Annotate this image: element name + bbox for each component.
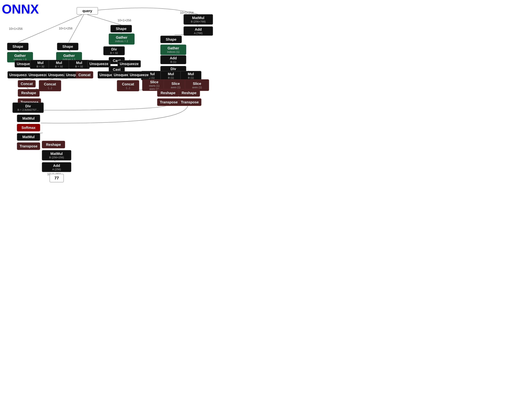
add-top-node[interactable]: Add A (768) [184, 26, 213, 36]
unsqueeze-row2-node[interactable]: Unsqueeze [27, 71, 49, 78]
svg-line-15 [19, 78, 27, 80]
mul-right3-node[interactable]: Mul B (1) [180, 71, 201, 80]
shape-left-node[interactable]: Shape [7, 43, 29, 50]
matmul-mid-node[interactable]: MatMul [17, 115, 40, 122]
div-top-node[interactable]: Div B = 32 [103, 46, 125, 55]
transpose-r1-node[interactable]: Transpose [157, 98, 180, 106]
unsqueeze-r1-node[interactable]: Unsqueeze [87, 60, 110, 68]
transpose-bot-node[interactable]: Transpose [17, 142, 40, 150]
matmul-final-node[interactable]: MatMul B (256×256) [42, 150, 71, 160]
svg-line-17 [47, 78, 53, 80]
svg-line-18 [50, 78, 68, 80]
shape-top-node[interactable]: Shape [110, 25, 132, 32]
gather-indices2-node[interactable]: Gather indices = 2 [109, 34, 134, 45]
mul-l1-node[interactable]: Mul B = 32 [30, 60, 51, 69]
concat-l1-node[interactable]: Concat [18, 80, 36, 87]
reshape-l-node[interactable]: Reshape [18, 89, 40, 97]
output-77-node: 77 [50, 174, 64, 182]
svg-line-16 [28, 78, 34, 80]
div-bottom-node[interactable]: Div B = 2.82842707... [13, 103, 44, 113]
unsqueeze-row7-node[interactable]: Unsqueeze [128, 71, 150, 78]
matmul-top-node[interactable]: MatMul B (256×768) [184, 14, 213, 25]
softmax-node[interactable]: Softmax [17, 124, 40, 131]
mul-m1-node[interactable]: Mul B = 32 [48, 60, 69, 69]
reshape-r1-node[interactable]: Reshape [157, 89, 179, 97]
mul-right2-node[interactable]: Mul B (1) [160, 71, 181, 80]
unsqueeze-r2-node[interactable]: Unsqueeze [118, 60, 141, 68]
edge-label-1: 10×1×256 [180, 11, 194, 15]
edge-label-4: 10×1×256 [9, 27, 23, 31]
shape-right-node[interactable]: Shape [160, 36, 182, 43]
shape-mid-node[interactable]: Shape [57, 43, 78, 50]
svg-line-0 [87, 15, 121, 25]
concat-right-node[interactable]: Concat (...) [117, 80, 139, 91]
app-title: ONNX [2, 2, 39, 16]
edge-label-3: 10×1×256 [59, 27, 73, 30]
add-final-node[interactable]: Add A (256) [42, 162, 71, 172]
matmul-bot-node[interactable]: MatMul [17, 133, 40, 141]
concat-m1-node[interactable]: Concat [76, 71, 93, 78]
query-node[interactable]: query [77, 7, 98, 15]
reshape-bot-node[interactable]: Reshape [42, 141, 65, 148]
svg-line-19 [27, 88, 29, 89]
gather-right-node[interactable]: Gather indices (1) [160, 45, 186, 55]
transpose-r2-node[interactable]: Transpose [178, 98, 201, 106]
add-right1-node[interactable]: Add B (1) [160, 55, 186, 64]
edge-label-2: 10×1×256 [118, 19, 131, 22]
mul-m2-node[interactable]: Mul B = 32 [69, 60, 90, 69]
reshape-r2-node[interactable]: Reshape [178, 89, 200, 97]
concat-mid-node[interactable]: Concat (...) [39, 80, 61, 91]
